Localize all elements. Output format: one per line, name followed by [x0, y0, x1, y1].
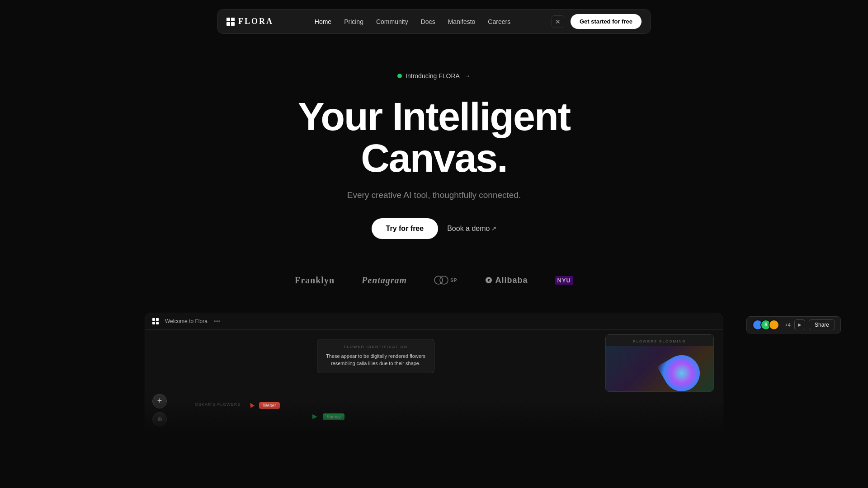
- logo[interactable]: FLORA: [226, 17, 274, 26]
- canvas-logo-icon: [152, 318, 159, 324]
- hero-actions: Try for free Book a demo ↗: [372, 218, 497, 239]
- logo-pentagram: Pentagram: [362, 275, 407, 286]
- logo-sp: SP: [434, 276, 457, 285]
- flowers-blooming-panel: FLOWERS BLOOMING: [605, 334, 714, 392]
- get-started-button[interactable]: Get started for free: [571, 14, 642, 29]
- book-demo-button[interactable]: Book a demo ↗: [447, 225, 496, 233]
- avatar-group: S: [752, 319, 777, 330]
- nav-pricing[interactable]: Pricing: [344, 18, 363, 25]
- hero-badge[interactable]: Introducing FLORA →: [397, 72, 471, 80]
- flowers-blooming-heading: FLOWERS BLOOMING: [606, 335, 713, 346]
- badge-text: Introducing FLORA: [406, 72, 460, 80]
- navbar: FLORA Home Pricing Community Docs Manife…: [217, 9, 651, 34]
- flower-id-text: These appear to be digitally rendered fl…: [323, 352, 429, 367]
- badge-arrow: →: [464, 72, 471, 80]
- canvas-gradient-overlay: [0, 398, 868, 434]
- demo-arrow: ↗: [491, 225, 496, 232]
- status-dot: [397, 74, 402, 78]
- hero-subtitle: Every creative AI tool, thoughtfully con…: [347, 190, 521, 200]
- flower-id-panel: FLOWER IDENTIFICATION These appear to be…: [317, 339, 434, 373]
- flowers-blooming-image: [606, 346, 713, 391]
- nav-home[interactable]: Home: [315, 18, 331, 25]
- nav-community[interactable]: Community: [376, 18, 408, 25]
- logo-text: FLORA: [238, 17, 274, 26]
- nav-careers[interactable]: Careers: [488, 18, 510, 25]
- flower-id-heading: FLOWER IDENTIFICATION: [323, 345, 429, 349]
- logo-franklyn: Franklyn: [295, 275, 335, 286]
- try-free-button[interactable]: Try for free: [372, 218, 439, 239]
- collaborator-count: +4: [785, 322, 791, 328]
- nav-links: Home Pricing Community Docs Manifesto Ca…: [315, 18, 510, 25]
- canvas-preview-section: S +4 ▶ Share Welcome to Flora ••• +: [0, 313, 868, 434]
- logo-nyu: NYU: [555, 276, 573, 285]
- avatar-3: [769, 319, 779, 330]
- canvas-menu-dots[interactable]: •••: [214, 318, 221, 325]
- svg-point-1: [440, 276, 448, 284]
- nav-docs[interactable]: Docs: [421, 18, 435, 25]
- hero-section: Introducing FLORA → Your Intelligent Can…: [0, 0, 868, 434]
- partner-logos: Franklyn Pentagram SP Alibaba NYU: [295, 275, 573, 286]
- play-button[interactable]: ▶: [794, 319, 805, 330]
- canvas-title: Welcome to Flora: [165, 318, 208, 324]
- canvas-toolbar: Welcome to Flora •••: [145, 313, 723, 330]
- nav-manifesto[interactable]: Manifesto: [448, 18, 476, 25]
- logo-icon: [226, 18, 235, 26]
- collaborators-bar: S +4 ▶ Share: [746, 316, 841, 333]
- hero-title: Your Intelligent Canvas.: [231, 96, 637, 179]
- close-icon[interactable]: ✕: [552, 15, 564, 28]
- nav-right: ✕ Get started for free: [552, 14, 642, 29]
- demo-label: Book a demo: [447, 225, 490, 233]
- share-button[interactable]: Share: [809, 319, 835, 330]
- logo-alibaba: Alibaba: [485, 276, 528, 285]
